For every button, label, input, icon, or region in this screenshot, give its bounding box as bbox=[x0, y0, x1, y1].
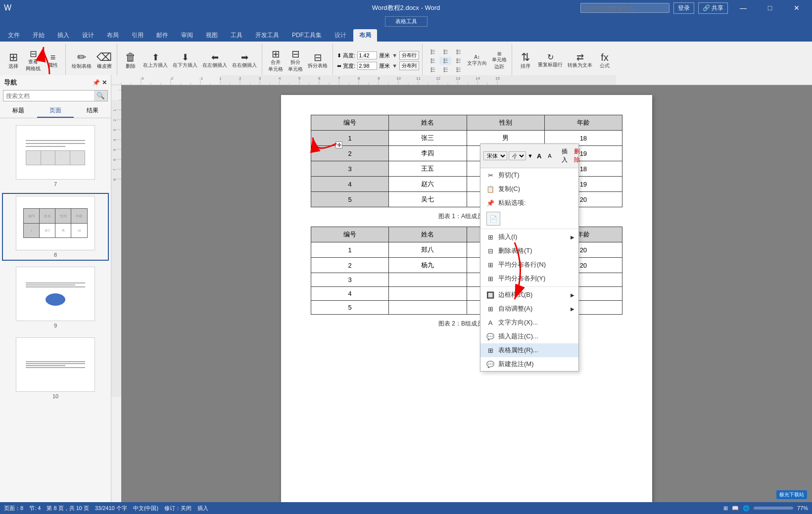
draw-table-button[interactable]: ✏ 绘制表格 bbox=[70, 50, 94, 71]
ctx-font-select[interactable]: 宋体 bbox=[483, 151, 507, 160]
align-tc[interactable]: ⬱ bbox=[439, 48, 451, 56]
zoom-slider[interactable] bbox=[754, 507, 793, 510]
ctx-font-size-dropdown[interactable]: ▼ bbox=[527, 153, 533, 159]
svg-rect-60 bbox=[111, 100, 121, 397]
paste-option-1[interactable]: 📄 bbox=[486, 212, 500, 226]
height-input[interactable] bbox=[357, 51, 377, 59]
align-mr[interactable]: ⬱ bbox=[452, 57, 464, 65]
align-br[interactable]: ⬱ bbox=[452, 66, 464, 74]
ctx-delete-table[interactable]: ⊟ 删除表格(T) bbox=[480, 244, 578, 258]
data-group-buttons: ⇅ 排序 ↻ 重复标题行 ⇄ 转换为文本 fx 公式 bbox=[516, 45, 614, 77]
align-tl[interactable]: ⬱ bbox=[427, 48, 438, 56]
select-button[interactable]: ⊞ 选择 bbox=[4, 50, 23, 71]
delete-button[interactable]: 🗑 删除 bbox=[121, 50, 140, 71]
ctx-auto-fit[interactable]: ⊞ 自动调整(A) ▶ bbox=[480, 302, 578, 316]
align-tr[interactable]: ⬱ bbox=[452, 48, 464, 56]
distribute-rows-button[interactable]: 分布行 bbox=[399, 51, 419, 60]
tab-tools[interactable]: 工具 bbox=[225, 29, 248, 42]
tab-file[interactable]: 文件 bbox=[2, 29, 26, 42]
eraser-button[interactable]: ⌫ 橡皮擦 bbox=[95, 50, 114, 71]
distribute-cols-button[interactable]: 分布列 bbox=[399, 61, 419, 70]
page-thumb-num-9: 9 bbox=[54, 323, 57, 328]
view-normal-icon[interactable]: ⊞ bbox=[723, 505, 728, 512]
repeat-header-button[interactable]: ↻ 重复标题行 bbox=[536, 52, 565, 70]
signin-button[interactable]: 登录 bbox=[673, 2, 694, 14]
ctx-cut[interactable]: ✂ 剪切(T) bbox=[480, 168, 578, 182]
tab-table-design[interactable]: 设计 bbox=[329, 29, 352, 42]
properties-button[interactable]: ≡ 属性 bbox=[44, 51, 62, 70]
convert-text-button[interactable]: ⇄ 转换为文本 bbox=[566, 51, 594, 70]
width-control: ⬌ 宽度: 厘米 ▼ 分布列 bbox=[337, 61, 419, 70]
nav-search-button[interactable]: 🔍 bbox=[94, 91, 107, 101]
ctx-distribute-rows[interactable]: ⊞ 平均分布各行(N) bbox=[480, 258, 578, 272]
svg-text:3: 3 bbox=[259, 76, 261, 81]
ctx-distribute-cols[interactable]: ⊞ 平均分布各列(Y) bbox=[480, 272, 578, 285]
tab-table-layout[interactable]: 布局 bbox=[353, 29, 377, 42]
minimize-button[interactable]: — bbox=[732, 0, 755, 16]
text-direction-button[interactable]: A↕ 文字方向 bbox=[465, 53, 489, 68]
insert-caption-icon: 💬 bbox=[486, 333, 494, 340]
gridlines-button[interactable]: ⊟ 查看 网格线 bbox=[24, 48, 43, 74]
insert-left-button[interactable]: ⬅ 在左侧插入 bbox=[200, 51, 229, 70]
merge-cells-button[interactable]: ⊞ 合并 单元格 bbox=[266, 47, 285, 74]
nav-pages: 7 编号 姓名 性别 年龄 1 张三 男 18 bbox=[0, 118, 111, 502]
nav-pin-button[interactable]: 📌 bbox=[93, 79, 100, 86]
cell-margins-button[interactable]: ⊞ 单元格 边距 bbox=[490, 49, 509, 72]
view-reading-icon[interactable]: 📖 bbox=[732, 505, 739, 512]
view-web-icon[interactable]: 🌐 bbox=[743, 505, 750, 512]
ctx-table-properties[interactable]: ⊞ 表格属性(R)... bbox=[480, 343, 578, 357]
insert-above-button[interactable]: ⬆ 在上方插入 bbox=[141, 51, 170, 70]
page-thumb-7[interactable]: 7 bbox=[2, 122, 109, 190]
ctx-insert-button[interactable]: 插入 bbox=[559, 146, 570, 166]
tab-view[interactable]: 视图 bbox=[200, 29, 224, 42]
tab-reference[interactable]: 引用 bbox=[126, 29, 149, 42]
help-search-input[interactable] bbox=[580, 3, 669, 13]
align-bc[interactable]: ⬱ bbox=[439, 66, 451, 74]
tab-mail[interactable]: 邮件 bbox=[150, 29, 174, 42]
tab-review[interactable]: 审阅 bbox=[175, 29, 199, 42]
align-bl[interactable]: ⬱ bbox=[427, 66, 438, 74]
tab-design[interactable]: 设计 bbox=[76, 29, 100, 42]
table-tools-label: 表格工具 bbox=[385, 16, 428, 27]
table-move-handle[interactable]: ✛ bbox=[335, 141, 342, 148]
formula-button[interactable]: fx 公式 bbox=[595, 51, 614, 71]
nav-search-input[interactable] bbox=[3, 91, 94, 101]
maximize-button[interactable]: □ bbox=[759, 0, 781, 16]
close-button[interactable]: ✕ bbox=[785, 0, 808, 16]
width-input[interactable] bbox=[357, 62, 377, 70]
nav-tabs: 标题 页面 结果 bbox=[0, 104, 111, 118]
tab-insert[interactable]: 插入 bbox=[51, 29, 75, 42]
split-table-button[interactable]: ⊟ 拆分表格 bbox=[306, 51, 330, 71]
ctx-insert-caption[interactable]: 💬 插入题注(C)... bbox=[480, 329, 578, 343]
page-thumb-8[interactable]: 编号 姓名 性别 年龄 1 张三 男 18 8 bbox=[2, 193, 109, 261]
ctx-insert[interactable]: ⊞ 插入(I) ▶ bbox=[480, 230, 578, 244]
nav-tab-results[interactable]: 结果 bbox=[74, 104, 111, 118]
svg-text:-1: -1 bbox=[199, 76, 203, 81]
ctx-border-style[interactable]: 🔲 边框样式(B) ▶ bbox=[480, 288, 578, 302]
ctx-font-grow-button[interactable]: A bbox=[534, 151, 544, 161]
align-ml[interactable]: ⬱ bbox=[427, 57, 438, 65]
tab-developer[interactable]: 开发工具 bbox=[249, 29, 285, 42]
nav-tab-pages[interactable]: 页面 bbox=[37, 104, 74, 118]
align-mc[interactable]: ⬱ bbox=[439, 57, 451, 65]
ctx-text-direction[interactable]: A 文字方向(X)... bbox=[480, 316, 578, 329]
page-thumb-9[interactable]: 9 bbox=[2, 264, 109, 331]
tab-layout[interactable]: 布局 bbox=[101, 29, 125, 42]
delete-table-icon: ⊟ bbox=[486, 247, 494, 255]
ctx-new-comment[interactable]: 💬 新建批注(M) bbox=[480, 357, 578, 371]
sort-button[interactable]: ⇅ 排序 bbox=[516, 50, 535, 71]
ctx-font-shrink-button[interactable]: A bbox=[545, 151, 554, 160]
insert-right-button[interactable]: ➡ 在右侧插入 bbox=[230, 51, 259, 70]
nav-close-button[interactable]: ✕ bbox=[102, 79, 107, 86]
tab-home[interactable]: 开始 bbox=[27, 29, 50, 42]
split-cells-button[interactable]: ⊟ 拆分 单元格 bbox=[286, 47, 305, 74]
ctx-copy[interactable]: 📋 复制(C) bbox=[480, 182, 578, 196]
page-thumb-10[interactable]: 10 bbox=[2, 334, 109, 402]
insert-icon: ⊞ bbox=[486, 234, 494, 241]
tab-pdf[interactable]: PDF工具集 bbox=[286, 29, 328, 42]
ctx-font-size-select[interactable]: 小四 bbox=[509, 151, 526, 160]
insert-below-button[interactable]: ⬇ 在下方插入 bbox=[171, 51, 199, 70]
ctx-delete-button[interactable]: 删除 bbox=[572, 146, 582, 166]
share-button[interactable]: 🔗 共享 bbox=[698, 2, 728, 14]
nav-tab-headings[interactable]: 标题 bbox=[0, 104, 37, 118]
